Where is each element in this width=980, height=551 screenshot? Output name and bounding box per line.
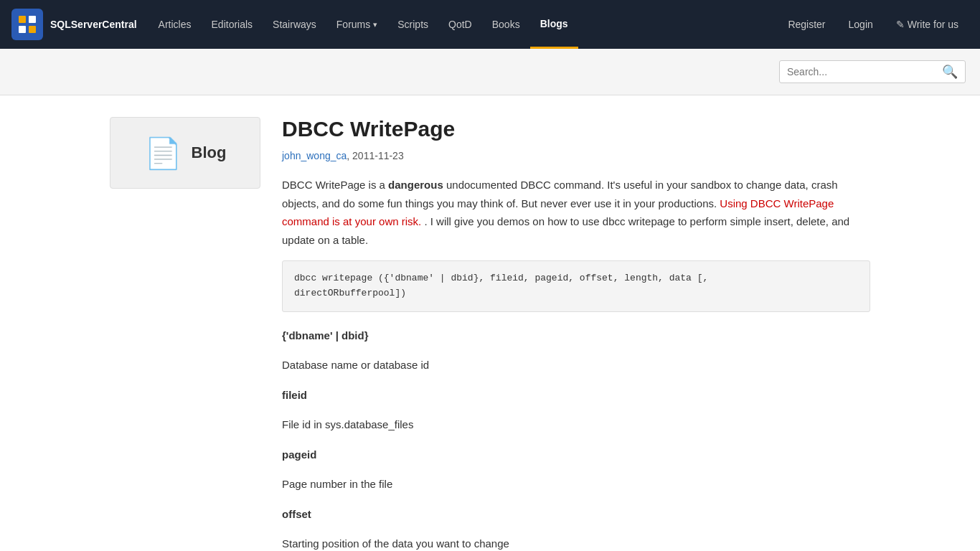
param-dbname: {'dbname' | dbid} Database name or datab… (282, 326, 870, 375)
nav-write-for-us[interactable]: ✎ Write for us (886, 0, 969, 49)
nav-links: Articles Editorials Stairways Forums Scr… (149, 0, 778, 49)
nav-qotd[interactable]: QotD (438, 0, 482, 49)
nav-scripts[interactable]: Scripts (387, 0, 438, 49)
nav-login[interactable]: Login (839, 0, 883, 49)
article-meta: john_wong_ca, 2011-11-23 (282, 150, 870, 161)
dangerous-word: dangerous (388, 179, 443, 191)
nav-books[interactable]: Books (482, 0, 530, 49)
blog-sidebar: 📄 Blog (110, 117, 260, 551)
main-nav: SQLServerCentral Articles Editorials Sta… (0, 0, 980, 49)
nav-register[interactable]: Register (778, 0, 835, 49)
code-block: dbcc writepage ({'dbname' | dbid}, filei… (282, 260, 870, 312)
article-content: DBCC WritePage john_wong_ca, 2011-11-23 … (282, 117, 870, 551)
param-offset-name: offset (282, 505, 870, 524)
param-offset-desc: Starting position of the data you want t… (282, 534, 870, 551)
svg-rect-3 (29, 26, 36, 33)
param-pageid-name: pageid (282, 446, 870, 464)
intro-text: DBCC WritePage is a (282, 179, 388, 191)
site-logo[interactable]: SQLServerCentral (11, 9, 137, 40)
article-date: 2011-11-23 (352, 150, 404, 161)
article-title: DBCC WritePage (282, 117, 870, 141)
param-offset: offset Starting position of the data you… (282, 505, 870, 551)
nav-right: Register Login ✎ Write for us (778, 0, 969, 49)
search-bar: 🔍 (0, 49, 980, 95)
param-pageid-desc: Page number in the file (282, 475, 870, 494)
blog-image-box: 📄 Blog (110, 117, 260, 189)
search-input[interactable] (787, 66, 942, 77)
svg-rect-0 (19, 16, 26, 23)
intro-paragraph: DBCC WritePage is a dangerous undocument… (282, 176, 870, 249)
nav-articles[interactable]: Articles (149, 0, 202, 49)
search-icon: 🔍 (942, 64, 958, 80)
param-fileid-name: fileid (282, 386, 870, 405)
meta-separator: , (347, 150, 352, 161)
search-button[interactable]: 🔍 (942, 64, 958, 80)
blog-doc-icon: 📄 (144, 136, 182, 171)
param-fileid-desc: File id in sys.database_files (282, 415, 870, 434)
nav-stairways[interactable]: Stairways (263, 0, 326, 49)
param-fileid: fileid File id in sys.database_files (282, 386, 870, 434)
article-body: DBCC WritePage is a dangerous undocument… (282, 176, 870, 551)
nav-editorials[interactable]: Editorials (202, 0, 263, 49)
brand-name: SQLServerCentral (50, 19, 137, 31)
main-container: 📄 Blog DBCC WritePage john_wong_ca, 2011… (95, 95, 885, 551)
author-link[interactable]: john_wong_ca (282, 150, 347, 161)
svg-rect-2 (19, 26, 26, 33)
param-dbname-name: {'dbname' | dbid} (282, 326, 870, 345)
logo-icon (11, 9, 43, 40)
param-dbname-desc: Database name or database id (282, 356, 870, 375)
param-pageid: pageid Page number in the file (282, 446, 870, 494)
nav-blogs[interactable]: Blogs (530, 0, 578, 49)
svg-rect-1 (29, 16, 36, 23)
search-container: 🔍 (779, 60, 966, 83)
nav-forums[interactable]: Forums (326, 0, 387, 49)
blog-sidebar-label: Blog (192, 143, 227, 162)
